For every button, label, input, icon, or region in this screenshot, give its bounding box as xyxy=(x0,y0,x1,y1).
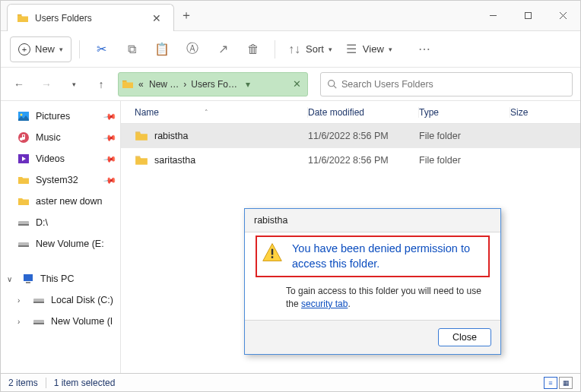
crumb[interactable]: « New … xyxy=(138,79,179,90)
svg-rect-15 xyxy=(26,282,30,283)
chevron-down-icon: ▾ xyxy=(329,46,332,53)
svg-rect-1 xyxy=(525,13,531,19)
crumb[interactable]: Users Fo… xyxy=(191,79,237,90)
clipboard-icon: 📋 xyxy=(155,43,169,56)
sidebar-item-system32[interactable]: System32 📌 xyxy=(1,169,120,191)
chevron-down-icon: ▾ xyxy=(72,81,76,88)
sidebar-item-d-drive[interactable]: D:\ xyxy=(1,212,120,233)
divider xyxy=(79,40,80,58)
sidebar-item-label: New Volume (E: xyxy=(36,239,104,249)
paste-button[interactable]: 📋 xyxy=(148,36,176,62)
scissors-icon: ✂ xyxy=(94,43,108,56)
sidebar-item-newvol[interactable]: › New Volume (I xyxy=(1,311,120,332)
pin-icon: 📌 xyxy=(103,109,117,124)
sidebar-item-local-c[interactable]: › Local Disk (C:) xyxy=(1,289,120,311)
col-date[interactable]: Date modified xyxy=(308,107,419,118)
titlebar: Users Folders ✕ ＋ xyxy=(1,1,580,31)
drive-icon xyxy=(17,217,30,229)
dialog-message: You have been denied permission to acces… xyxy=(292,242,484,271)
music-icon xyxy=(17,131,30,144)
file-type: File folder xyxy=(419,131,510,141)
address-close-button[interactable]: ✕ xyxy=(290,78,304,90)
security-tab-link[interactable]: security tab xyxy=(301,299,348,309)
back-button[interactable]: ← xyxy=(8,74,30,95)
tab-close-button[interactable]: ✕ xyxy=(149,12,164,24)
search-field[interactable] xyxy=(341,79,566,90)
sidebar-item-thispc[interactable]: ∨ This PC xyxy=(1,268,120,289)
search-input[interactable] xyxy=(320,72,573,96)
drive-icon xyxy=(33,294,45,306)
file-row[interactable]: saritastha 11/6/2022 8:56 PM File folder xyxy=(121,148,580,172)
sidebar-item-label: This PC xyxy=(40,273,74,284)
col-size[interactable]: Size xyxy=(510,107,580,118)
close-button[interactable]: Close xyxy=(438,328,491,346)
details-view-button[interactable]: ≡ xyxy=(544,377,557,389)
sort-indicator-icon: ˄ xyxy=(205,109,208,116)
svg-point-7 xyxy=(21,114,23,116)
new-button[interactable]: + New ▾ xyxy=(10,36,71,62)
trash-icon: 🗑 xyxy=(246,43,260,56)
up-button[interactable]: ↑ xyxy=(90,74,112,95)
file-row[interactable]: rabistha 11/6/2022 8:56 PM File folder xyxy=(121,124,580,148)
col-name[interactable]: Name˄ xyxy=(135,107,308,118)
delete-button[interactable]: 🗑 xyxy=(240,36,267,62)
sidebar-item-videos[interactable]: Videos 📌 xyxy=(1,148,120,169)
copy-button[interactable]: ⧉ xyxy=(118,36,145,62)
crumb-sep: › xyxy=(183,79,186,90)
sidebar-item-label: Videos xyxy=(36,153,65,164)
folder-icon xyxy=(17,195,30,207)
view-button[interactable]: ☰ View ▾ xyxy=(340,36,397,62)
status-selected: 1 item selected xyxy=(54,378,116,388)
cut-button[interactable]: ✂ xyxy=(87,36,115,62)
videos-icon xyxy=(17,153,30,165)
more-button[interactable]: ⋯ xyxy=(411,36,438,62)
col-type[interactable]: Type xyxy=(419,107,510,118)
share-icon: ↗ xyxy=(216,43,230,56)
svg-point-4 xyxy=(329,81,335,87)
column-headers[interactable]: Name˄ Date modified Type Size xyxy=(121,101,580,124)
svg-rect-13 xyxy=(18,245,29,247)
icons-view-button[interactable]: ▦ xyxy=(559,377,573,389)
recent-dropdown[interactable]: ▾ xyxy=(63,74,84,95)
tab-title: Users Folders xyxy=(35,13,92,24)
forward-button[interactable]: → xyxy=(36,74,57,95)
address-bar[interactable]: « New … › Users Fo… ▾ ✕ xyxy=(118,72,308,96)
sidebar-item-label: aster new down xyxy=(36,196,103,207)
sidebar-item-label: Music xyxy=(36,132,61,143)
sidebar-item-label: System32 xyxy=(36,175,78,185)
new-tab-button[interactable]: ＋ xyxy=(174,1,198,30)
drive-icon xyxy=(17,238,30,250)
rename-icon: Ⓐ xyxy=(186,43,199,56)
svg-rect-17 xyxy=(33,302,44,303)
window-tab[interactable]: Users Folders ✕ xyxy=(7,4,174,31)
search-icon xyxy=(327,79,337,89)
close-window-button[interactable] xyxy=(545,1,580,30)
folder-icon xyxy=(122,78,134,90)
status-count: 2 items xyxy=(8,378,38,388)
maximize-button[interactable] xyxy=(510,1,545,30)
chevron-down-icon: ▾ xyxy=(59,46,63,53)
minimize-button[interactable] xyxy=(475,1,510,30)
divider xyxy=(46,378,46,388)
rename-button[interactable]: Ⓐ xyxy=(179,36,206,62)
pin-icon: 📌 xyxy=(103,131,117,145)
sort-button[interactable]: ↑↓ Sort ▾ xyxy=(283,36,337,62)
view-toggle: ≡ ▦ xyxy=(544,377,573,389)
view-label: View xyxy=(363,43,384,55)
folder-icon xyxy=(17,174,30,186)
sidebar-item-e-drive[interactable]: New Volume (E: xyxy=(1,233,120,254)
new-label: New xyxy=(35,43,55,55)
sidebar-item-aster[interactable]: aster new down xyxy=(1,191,120,212)
share-button[interactable]: ↗ xyxy=(209,36,237,62)
copy-icon: ⧉ xyxy=(125,43,138,56)
sidebar-item-music[interactable]: Music 📌 xyxy=(1,127,120,148)
chevron-down-icon[interactable]: ▾ xyxy=(242,79,254,90)
chevron-down-icon: ∨ xyxy=(7,275,16,283)
svg-rect-14 xyxy=(24,274,33,281)
drive-icon xyxy=(33,315,45,327)
sidebar[interactable]: Pictures 📌 Music 📌 Videos 📌 System32 📌 a… xyxy=(1,101,121,375)
file-name: rabistha xyxy=(154,131,188,141)
divider xyxy=(275,40,275,58)
sidebar-item-pictures[interactable]: Pictures 📌 xyxy=(1,106,120,127)
pin-icon: 📌 xyxy=(103,173,117,188)
